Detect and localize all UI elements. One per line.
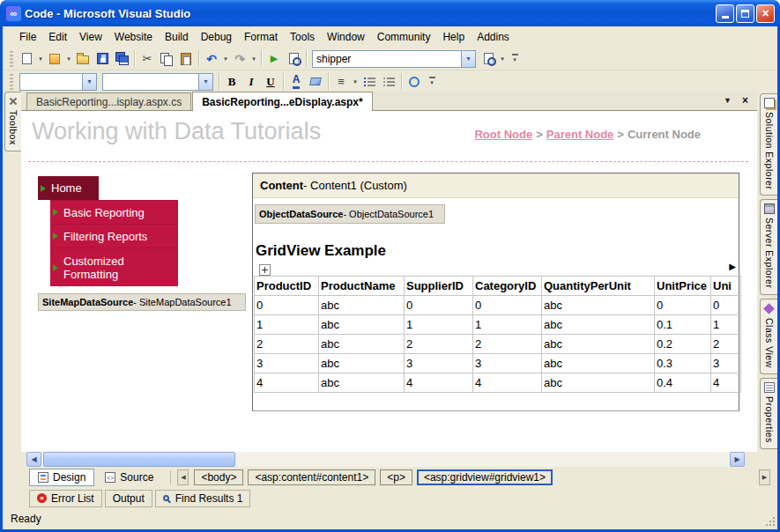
tab-solution-explorer[interactable]: Solution Explorer [760,93,777,196]
toolbar-overflow-button[interactable]: ▾ [427,72,437,92]
new-item-button[interactable] [17,49,36,69]
source-view-icon [105,472,115,483]
scroll-left-icon[interactable]: ◀ [26,452,41,467]
menu-item-website[interactable]: Website [108,28,159,46]
breadcrumb-parent-link[interactable]: Parent Node [546,128,614,141]
save-button[interactable] [93,49,112,69]
menu-item-build[interactable]: Build [159,28,195,46]
nav-item-customized-formatting[interactable]: Customized Formatting [50,248,178,286]
tab-basicreporting-codebehind[interactable]: BasicReporting...isplay.aspx.cs [26,92,191,110]
menu-item-view[interactable]: View [73,28,108,46]
tab-output[interactable]: Output [105,490,152,507]
highlight-button[interactable] [306,72,325,92]
new-item-dropdown-icon[interactable]: ▾ [36,49,45,69]
close-button[interactable]: × [756,4,775,23]
design-surface[interactable]: Working with Data Tutorials Root Node>Pa… [21,111,757,452]
preview-button[interactable] [284,49,303,69]
tab-server-explorer[interactable]: Server Explorer [760,199,777,294]
scrollbar-thumb[interactable] [43,452,235,467]
menu-item-window[interactable]: Window [321,28,371,46]
redo-dropdown-icon[interactable]: ▾ [249,49,258,69]
sitemap-datasource-control[interactable]: SiteMapDataSource - SiteMapDataSource1 [38,293,246,311]
menu-item-format[interactable]: Format [238,28,284,46]
bold-button[interactable]: B [222,72,241,92]
paste-button[interactable] [176,49,196,69]
error-list-icon [37,493,47,503]
breadcrumb-root-link[interactable]: Root Node [474,128,532,141]
scroll-right-icon[interactable]: ▶ [730,452,745,467]
minimize-button[interactable] [716,4,734,23]
block-format-combo[interactable]: ▼ [19,73,97,91]
tag-p[interactable]: <p> [380,469,412,485]
tag-body[interactable]: <body> [194,469,243,485]
menu-item-tools[interactable]: Tools [284,28,321,46]
tag-nav-left-icon[interactable]: ◀ [177,469,189,485]
menu-item-community[interactable]: Community [371,28,437,46]
nav-item-home[interactable]: Home [38,176,99,200]
undo-dropdown-icon[interactable]: ▾ [221,49,230,69]
object-datasource-control[interactable]: ObjectDataSource - ObjectDataSource1 [255,204,445,224]
underline-button[interactable]: U [261,72,280,92]
hyperlink-button[interactable] [405,72,424,92]
window-controls: × [716,4,775,23]
toolbox-tab[interactable]: Toolbox [4,92,21,151]
open-file-button[interactable] [73,49,93,69]
bullet-list-button[interactable] [360,72,379,92]
scrollbar-track[interactable] [41,452,730,467]
find-combo-dropdown-icon[interactable]: ▼ [461,51,475,67]
redo-button[interactable]: ↷ [230,49,249,69]
copy-button[interactable] [157,49,176,69]
toolbar-overflow-button[interactable]: ▾ [509,49,520,69]
italic-button[interactable]: I [241,72,261,92]
tab-basicreporting-aspx[interactable]: BasicReporting...eDisplay.aspx* [192,92,373,111]
gridview-control[interactable]: ProductID ProductName SupplierID Categor… [254,276,741,393]
breadcrumb-separator: > [613,128,628,141]
numbered-list-button[interactable] [379,72,398,92]
block-format-dropdown-icon[interactable]: ▼ [82,74,96,90]
titlebar[interactable]: ∞ Code - Microsoft Visual Studio × [0,0,780,26]
maximize-button[interactable] [736,4,754,23]
gridview-move-handle[interactable] [259,264,271,276]
copy-icon [160,53,173,65]
find-in-files-button[interactable] [479,49,498,69]
toolbar-drag-handle[interactable] [10,74,13,90]
nav-item-filtering-reports[interactable]: Filtering Reports [50,224,178,248]
tag-nav-right-icon[interactable]: ▶ [759,469,770,485]
font-name-combo[interactable]: ▼ [102,73,213,91]
smart-tag-icon[interactable]: ▶ [729,262,736,271]
design-view-label: Design [53,471,85,484]
start-debug-button[interactable]: ▶ [264,49,284,69]
align-button[interactable]: ≡ [331,72,351,92]
tab-find-results[interactable]: Find Results 1 [155,490,251,507]
cut-button[interactable]: ✂ [137,49,157,69]
menu-item-edit[interactable]: Edit [42,28,73,46]
toolbar-separator [306,50,307,67]
tag-asp-content[interactable]: <asp:content#content1> [248,469,375,485]
menu-item-addins[interactable]: Addins [471,28,516,46]
find-dropdown-icon[interactable]: ▾ [498,49,507,69]
content-control[interactable]: Content - Content1 (Custom) ObjectDataSo… [252,173,739,411]
font-color-button[interactable]: A [286,72,306,92]
menu-item-help[interactable]: Help [436,28,471,46]
undo-button[interactable]: ↶ [202,49,221,69]
tag-asp-gridview[interactable]: <asp:gridview#gridview1> [417,469,553,485]
add-item-dropdown-icon[interactable]: ▾ [64,49,73,69]
add-item-button[interactable] [45,49,64,69]
tab-close-icon[interactable]: × [742,95,748,106]
resize-grip[interactable] [763,514,776,527]
horizontal-scrollbar[interactable]: ◀ ▶ [26,452,745,467]
tab-properties[interactable]: Properties [760,378,777,449]
find-combo[interactable]: shipper ▼ [312,50,476,68]
align-dropdown-icon[interactable]: ▾ [351,72,360,92]
nav-item-basic-reporting[interactable]: Basic Reporting [50,200,178,224]
save-all-button[interactable] [112,49,131,69]
tab-class-view[interactable]: Class View [760,299,777,374]
font-name-dropdown-icon[interactable]: ▼ [198,74,212,90]
menu-item-file[interactable]: File [13,28,42,46]
menu-item-debug[interactable]: Debug [195,28,238,46]
toolbar-drag-handle[interactable] [10,51,13,67]
source-view-button[interactable]: Source [96,469,162,486]
tab-list-icon[interactable]: ▼ [724,96,732,105]
tab-error-list[interactable]: Error List [29,490,102,507]
design-view-button[interactable]: Design [29,469,94,486]
